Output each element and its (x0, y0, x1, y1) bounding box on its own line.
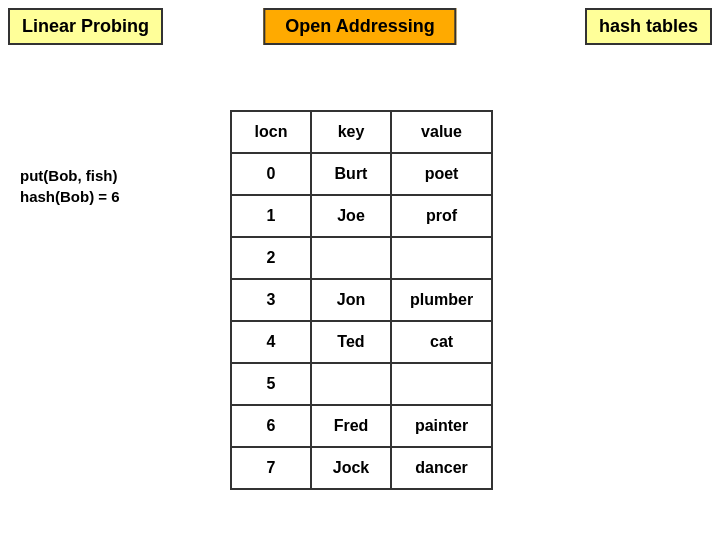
table-row: 1Joeprof (231, 195, 492, 237)
cell-locn: 5 (231, 363, 311, 405)
cell-value: dancer (391, 447, 492, 489)
table-row: 2 (231, 237, 492, 279)
cell-value: poet (391, 153, 492, 195)
cell-value (391, 237, 492, 279)
cell-value: plumber (391, 279, 492, 321)
table-row: 4Tedcat (231, 321, 492, 363)
linear-probing-badge: Linear Probing (8, 8, 163, 45)
cell-key (311, 237, 391, 279)
table-row: 5 (231, 363, 492, 405)
cell-value: painter (391, 405, 492, 447)
cell-key (311, 363, 391, 405)
table-row: 0Burtpoet (231, 153, 492, 195)
cell-key: Jock (311, 447, 391, 489)
cell-value: prof (391, 195, 492, 237)
cell-locn: 2 (231, 237, 311, 279)
cell-key: Fred (311, 405, 391, 447)
hash-table: locn key value 0Burtpoet1Joeprof23Jonplu… (230, 110, 493, 490)
cell-locn: 4 (231, 321, 311, 363)
hash-tables-badge: hash tables (585, 8, 712, 45)
col-header-key: key (311, 111, 391, 153)
table-row: 6Fredpainter (231, 405, 492, 447)
cell-key: Burt (311, 153, 391, 195)
cell-key: Ted (311, 321, 391, 363)
cell-key: Joe (311, 195, 391, 237)
cell-locn: 1 (231, 195, 311, 237)
side-label-line1: put(Bob, fish) (20, 167, 117, 184)
side-label-line2: hash(Bob) = 6 (20, 188, 120, 205)
cell-value: cat (391, 321, 492, 363)
open-addressing-badge: Open Addressing (263, 8, 456, 45)
cell-locn: 7 (231, 447, 311, 489)
side-label: put(Bob, fish) hash(Bob) = 6 (20, 165, 120, 207)
table-row: 7Jockdancer (231, 447, 492, 489)
table-row: 3Jonplumber (231, 279, 492, 321)
cell-key: Jon (311, 279, 391, 321)
cell-locn: 6 (231, 405, 311, 447)
cell-value (391, 363, 492, 405)
table-header-row: locn key value (231, 111, 492, 153)
cell-locn: 3 (231, 279, 311, 321)
col-header-value: value (391, 111, 492, 153)
col-header-locn: locn (231, 111, 311, 153)
cell-locn: 0 (231, 153, 311, 195)
